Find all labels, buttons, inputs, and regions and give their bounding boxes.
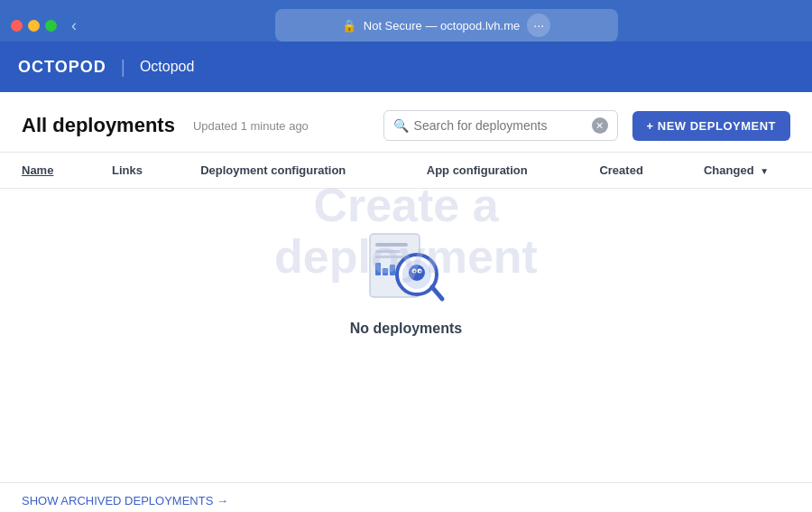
svg-point-13 <box>420 271 421 273</box>
search-input[interactable] <box>414 118 586 133</box>
svg-point-9 <box>409 265 425 281</box>
empty-label: No deployments <box>350 321 462 337</box>
col-created: Created <box>577 153 682 189</box>
col-links-label: Links <box>112 163 143 177</box>
col-changed-label: Changed <box>704 163 754 177</box>
traffic-light-yellow[interactable] <box>28 20 40 32</box>
col-name-label: Name <box>22 163 53 177</box>
app-name: Octopod <box>140 59 194 75</box>
col-links: Links <box>90 153 179 189</box>
svg-rect-5 <box>383 268 388 275</box>
page-title: All deployments <box>22 114 175 137</box>
search-icon: 🔍 <box>393 118 409 133</box>
more-button[interactable]: ··· <box>527 14 550 37</box>
app-header: OCTOPOD | Octopod <box>0 42 812 92</box>
updated-text: Updated 1 minute ago <box>193 119 309 133</box>
main-content: All deployments Updated 1 minute ago 🔍 ✕… <box>0 92 812 512</box>
traffic-light-green[interactable] <box>45 20 57 32</box>
col-deployment-config: Deployment configuration <box>179 153 405 189</box>
svg-rect-4 <box>375 263 381 275</box>
svg-point-12 <box>414 271 416 273</box>
col-deployment-config-label: Deployment configuration <box>200 163 346 177</box>
back-button[interactable]: ‹ <box>66 14 82 37</box>
traffic-light-red[interactable] <box>11 20 23 32</box>
address-text: Not Secure — octopod.lvh.me <box>364 19 520 33</box>
sort-arrow-icon: ▼ <box>760 166 769 176</box>
svg-rect-6 <box>390 265 395 275</box>
empty-illustration <box>361 225 451 306</box>
browser-chrome: ‹ 🔒 Not Secure — octopod.lvh.me ··· <box>0 0 812 42</box>
svg-line-14 <box>432 287 442 299</box>
lock-icon: 🔒 <box>342 19 356 33</box>
deployments-table: Name Links Deployment configuration App … <box>0 153 812 364</box>
col-app-config-label: App configuration <box>427 163 528 177</box>
empty-state: No deployments <box>0 189 812 364</box>
search-container[interactable]: 🔍 ✕ <box>383 110 618 141</box>
svg-rect-1 <box>375 243 408 247</box>
traffic-lights <box>11 20 57 32</box>
page-header: All deployments Updated 1 minute ago 🔍 ✕… <box>0 92 812 153</box>
address-bar[interactable]: 🔒 Not Secure — octopod.lvh.me ··· <box>275 9 618 42</box>
search-clear-button[interactable]: ✕ <box>592 117 608 134</box>
col-app-config: App configuration <box>405 153 578 189</box>
svg-rect-3 <box>375 256 404 258</box>
page-footer: SHOW ARCHIVED DEPLOYMENTS → <box>0 482 812 512</box>
svg-rect-2 <box>375 250 401 253</box>
header-divider: | <box>121 57 125 78</box>
show-archived-link[interactable]: SHOW ARCHIVED DEPLOYMENTS → <box>22 494 228 507</box>
col-changed[interactable]: Changed ▼ <box>682 153 812 189</box>
table-header-row: Name Links Deployment configuration App … <box>0 153 812 189</box>
col-name: Name <box>0 153 90 189</box>
app-logo: OCTOPOD <box>18 58 106 77</box>
table-container: Create a deployment Name Links Deploymen… <box>0 153 812 482</box>
col-created-label: Created <box>599 163 642 177</box>
new-deployment-button[interactable]: + NEW DEPLOYMENT <box>632 111 790 141</box>
